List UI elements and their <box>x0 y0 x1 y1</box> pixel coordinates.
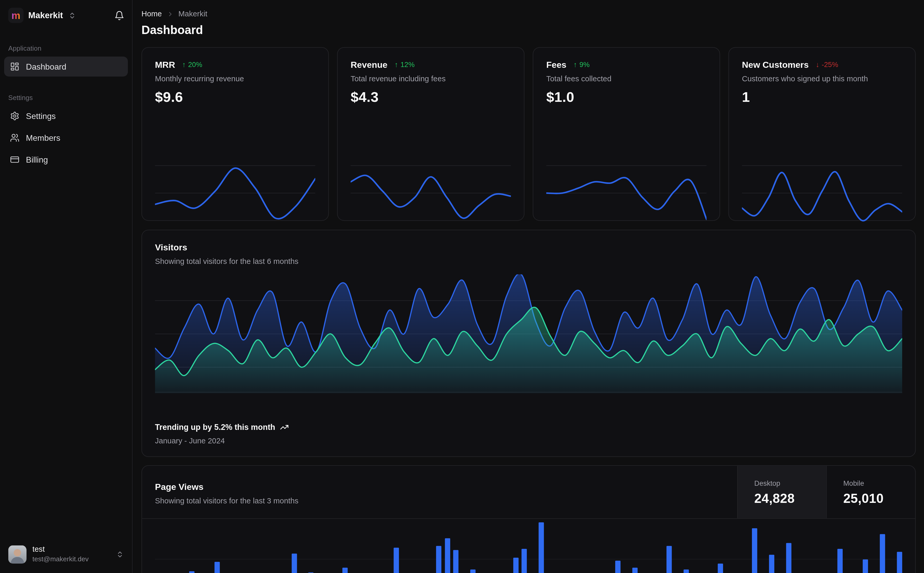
sidebar-item-label: Dashboard <box>26 62 66 71</box>
sidebar: m Makerkit Application Dashboard Setting… <box>0 0 133 573</box>
page-views-bar-chart <box>155 519 902 573</box>
chevron-right-icon <box>166 10 174 17</box>
page-views-bar <box>718 564 723 573</box>
toggle-label: Desktop <box>754 479 826 488</box>
trend-value: 12% <box>400 60 414 69</box>
stat-value: $9.6 <box>155 89 315 105</box>
trend-badge: ↓-25% <box>816 60 838 69</box>
bell-icon[interactable] <box>115 10 124 20</box>
sidebar-item-billing[interactable]: Billing <box>4 150 128 170</box>
page-views-bar <box>513 558 518 573</box>
page-views-bar <box>863 559 868 573</box>
sidebar-item-label: Settings <box>26 111 56 121</box>
chevrons-up-down-icon <box>116 551 124 558</box>
sidebar-nav-application: Dashboard <box>0 52 132 77</box>
page-views-bar <box>897 552 902 573</box>
stat-title: Fees <box>546 59 566 70</box>
sidebar-item-members[interactable]: Members <box>4 128 128 148</box>
page-views-bar <box>189 571 194 573</box>
stat-card-fees: Fees ↑9% Total fees collected $1.0 July … <box>533 47 720 221</box>
dashboard-icon <box>10 62 19 71</box>
page-views-bar <box>632 568 638 573</box>
page-views-bar <box>786 543 791 573</box>
trend-badge: ↑20% <box>182 60 202 69</box>
stat-card-revenue: Revenue ↑12% Total revenue including fee… <box>337 47 524 221</box>
sidebar-nav-settings: Settings Members Billing <box>0 101 132 170</box>
page-views-title: Page Views <box>155 482 724 492</box>
breadcrumb: Home Makerkit <box>141 9 916 18</box>
stat-subtitle: Customers who signed up this month <box>742 74 902 83</box>
stat-card-mrr: MRR ↑20% Monthly recurring revenue $9.6 … <box>141 47 329 221</box>
credit-card-icon <box>10 155 19 164</box>
stat-value: 1 <box>742 89 902 105</box>
trend-value: 9% <box>579 60 590 69</box>
users-icon <box>10 133 19 142</box>
mrr-sparkline-chart <box>155 163 315 225</box>
sidebar-item-label: Members <box>26 133 60 142</box>
trend-value: -25% <box>822 60 838 69</box>
visitors-footer: Trending up by 5.2% this month January -… <box>155 423 289 445</box>
stat-title: MRR <box>155 59 175 70</box>
toggle-label: Mobile <box>843 479 915 488</box>
main-content: Home Makerkit Dashboard MRR ↑20% Monthly… <box>133 0 924 573</box>
page-views-bar <box>615 560 621 573</box>
chevrons-up-down-icon[interactable] <box>68 11 76 19</box>
makerkit-dashboard-app: m Makerkit Application Dashboard Setting… <box>0 0 924 573</box>
trend-badge: ↑9% <box>573 60 590 69</box>
trending-up-icon <box>280 423 289 432</box>
gear-icon <box>10 111 19 121</box>
workspace-selector[interactable]: Makerkit <box>28 11 63 20</box>
stat-value: $1.0 <box>546 89 707 105</box>
trend-badge: ↑12% <box>395 60 414 69</box>
page-views-bar <box>471 569 475 573</box>
stat-title: Revenue <box>351 59 387 70</box>
stat-title: New Customers <box>742 59 809 70</box>
user-email: test@makerkit.dev <box>33 556 89 564</box>
stat-value: $4.3 <box>351 89 511 105</box>
page-title: Dashboard <box>141 23 916 37</box>
visitors-footer-text: Trending up by 5.2% this month <box>155 423 275 432</box>
sidebar-item-settings[interactable]: Settings <box>4 106 128 126</box>
page-views-bar <box>436 546 442 573</box>
new-customers-sparkline-chart <box>742 163 902 225</box>
breadcrumb-home[interactable]: Home <box>141 9 162 18</box>
sidebar-section-settings: Settings <box>0 94 132 101</box>
user-menu[interactable]: test test@makerkit.dev <box>0 538 132 573</box>
stat-subtitle: Monthly recurring revenue <box>155 74 315 83</box>
page-views-card: Page Views Showing total visitors for th… <box>141 465 916 573</box>
sidebar-item-label: Billing <box>26 155 48 164</box>
page-views-bar <box>837 549 842 573</box>
user-name: test <box>33 545 89 554</box>
page-views-bar <box>343 568 348 573</box>
stat-subtitle: Total fees collected <box>546 74 707 83</box>
user-meta: test test@makerkit.dev <box>33 545 89 563</box>
bars-container <box>155 502 902 573</box>
page-views-bar <box>453 550 458 573</box>
sidebar-item-dashboard[interactable]: Dashboard <box>4 56 128 77</box>
page-views-bar <box>522 549 527 573</box>
page-views-bar <box>667 546 672 573</box>
stat-card-new-customers: New Customers ↓-25% Customers who signed… <box>728 47 916 221</box>
page-views-bar <box>880 534 885 573</box>
page-views-bar <box>215 562 220 573</box>
visitors-area-chart <box>155 274 902 393</box>
stat-subtitle: Total revenue including fees <box>351 74 511 83</box>
revenue-sparkline-chart <box>351 163 511 225</box>
avatar <box>8 545 27 564</box>
visitors-subtitle: Showing total visitors for the last 6 mo… <box>155 257 902 266</box>
trend-down-icon: ↓ <box>816 60 819 69</box>
trend-up-icon: ↑ <box>182 60 186 69</box>
visitors-title: Visitors <box>155 242 902 252</box>
trend-value: 20% <box>188 60 202 69</box>
fees-sparkline-chart <box>546 163 707 225</box>
stat-cards-row: MRR ↑20% Monthly recurring revenue $9.6 … <box>141 47 916 221</box>
page-views-bar <box>291 554 296 573</box>
trend-up-icon: ↑ <box>573 60 577 69</box>
visitors-date-range: January - June 2024 <box>155 436 289 445</box>
page-views-bar <box>769 555 774 573</box>
workspace-row: m Makerkit <box>0 0 132 29</box>
page-views-bar <box>445 538 450 573</box>
page-views-bar <box>752 528 757 573</box>
makerkit-logo[interactable]: m <box>8 8 24 23</box>
page-views-bar <box>394 548 399 573</box>
